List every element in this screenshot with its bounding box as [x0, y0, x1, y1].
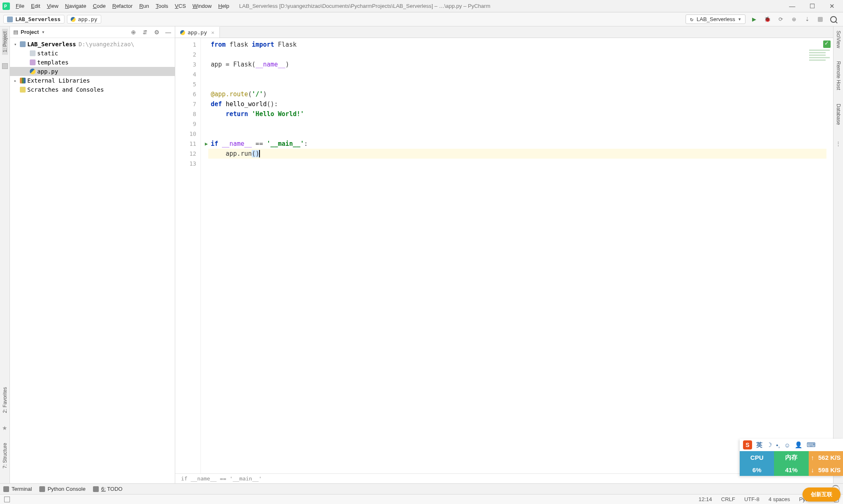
tree-item-app-py[interactable]: app.py — [10, 67, 175, 76]
python-console-tool-button[interactable]: Python Console — [39, 486, 86, 492]
search-everywhere-button[interactable] — [830, 16, 837, 23]
line-separator[interactable]: CRLF — [721, 496, 735, 502]
system-monitor-widget[interactable]: S 英 ☽ •, ☺ 👤 ⌨ CPU 内存 562 K/S 6% 41% 598… — [740, 439, 843, 476]
gutter-line-10[interactable]: 10 — [175, 129, 200, 139]
window-close-icon[interactable]: ✕ — [827, 2, 836, 10]
code-line-1[interactable]: from flask import Flask — [208, 40, 833, 50]
gutter-line-8[interactable]: 8 — [175, 109, 200, 119]
status-bar: 12:14 CRLF UTF-8 4 spaces Python 3.8 — [0, 494, 843, 504]
python-icon — [39, 486, 45, 492]
indent-settings[interactable]: 4 spaces — [769, 496, 790, 502]
terminal-tool-button[interactable]: Terminal — [3, 486, 32, 492]
inspection-indicator[interactable] — [809, 40, 831, 62]
code-line-11[interactable]: if __name__ == '__main__': — [208, 139, 833, 149]
code-line-10[interactable] — [208, 129, 833, 139]
attach-button[interactable]: ⇣ — [803, 16, 811, 23]
menu-code[interactable]: Code — [90, 1, 108, 11]
locate-file-icon[interactable]: ⊕ — [130, 29, 137, 36]
gutter-line-11[interactable]: 11▶ — [175, 139, 200, 149]
menu-navigate[interactable]: Navigate — [62, 1, 88, 11]
gutter-line-4[interactable]: 4 — [175, 69, 200, 79]
tool-windows-quick-access-icon[interactable] — [4, 497, 10, 502]
code-line-8[interactable]: return 'Hello World!' — [208, 109, 833, 119]
tree-item-templates[interactable]: templates — [10, 58, 175, 67]
file-encoding[interactable]: UTF-8 — [744, 496, 760, 502]
menu-tools[interactable]: Tools — [153, 1, 171, 11]
menu-vcs[interactable]: VCS — [172, 1, 188, 11]
menu-run[interactable]: Run — [137, 1, 152, 11]
gutter-line-5[interactable]: 5 — [175, 79, 200, 89]
code-line-9[interactable] — [208, 119, 833, 129]
window-maximize-icon[interactable]: ☐ — [807, 2, 817, 10]
tool-window-structure-button[interactable]: 7: Structure — [2, 440, 8, 471]
chevron-down-icon[interactable]: ▾ — [42, 30, 44, 34]
scratches-icon — [20, 87, 26, 93]
tool-window-database-button[interactable]: Database — [836, 102, 841, 126]
project-tree[interactable]: ▾ LAB_Serverless D:\yuangezhizao\ static… — [10, 38, 175, 96]
gutter-line-7[interactable]: 7 — [175, 99, 200, 109]
gutter-line-9[interactable]: 9 — [175, 119, 200, 129]
ime-language-indicator[interactable]: 英 — [756, 441, 762, 449]
tree-expand-icon[interactable]: ▸ — [12, 78, 18, 83]
settings-icon[interactable]: 👤 — [795, 441, 803, 449]
menu-help[interactable]: Help — [216, 1, 232, 11]
gutter-line-6[interactable]: 6 — [175, 89, 200, 99]
close-tab-icon[interactable]: × — [211, 29, 214, 36]
punctuation-icon[interactable]: •, — [776, 442, 780, 449]
hide-panel-icon[interactable]: — — [165, 29, 171, 36]
more-tools-icon[interactable]: ⋮ — [836, 140, 841, 147]
cursor-position[interactable]: 12:14 — [698, 496, 712, 502]
profile-button[interactable]: ⊕ — [790, 16, 798, 23]
sogou-ime-icon[interactable]: S — [743, 440, 752, 449]
left-tool-stripe: 1: Project 2: Favorites ★ 7: Structure — [0, 26, 10, 483]
editor-breadcrumb[interactable]: if __name__ == '__main__' — [175, 473, 833, 483]
menu-window[interactable]: Window — [190, 1, 214, 11]
editor-area: app.py × 1234567891011▶1213 from flask i… — [175, 26, 833, 483]
tool-window-sciview-button[interactable]: SciView — [836, 29, 841, 50]
moon-icon[interactable]: ☽ — [767, 441, 772, 449]
code-editor[interactable]: 1234567891011▶1213 from flask import Fla… — [175, 38, 833, 473]
code-line-5[interactable] — [208, 79, 833, 89]
tree-item-static[interactable]: static — [10, 49, 175, 58]
run-with-coverage-button[interactable]: ⟳ — [777, 16, 784, 23]
emoji-icon[interactable]: ☺ — [784, 442, 790, 449]
project-panel-title[interactable]: Project — [21, 29, 39, 35]
window-minimize-icon[interactable]: — — [788, 2, 797, 10]
tree-collapse-icon[interactable]: ▾ — [12, 42, 18, 47]
code-line-13[interactable] — [208, 159, 833, 169]
tool-window-favorites-button[interactable]: 2: Favorites — [2, 385, 8, 416]
menu-edit[interactable]: Edit — [29, 1, 43, 11]
run-button[interactable]: ▶ — [750, 16, 758, 23]
tool-window-unknown-button[interactable] — [2, 63, 8, 69]
code-line-7[interactable]: def hello_world(): — [208, 99, 833, 109]
gutter-line-2[interactable]: 2 — [175, 50, 200, 59]
tool-window-remote-host-button[interactable]: Remote Host — [836, 59, 841, 92]
stop-button[interactable] — [817, 16, 824, 23]
breadcrumb-file[interactable]: app.py — [67, 15, 101, 24]
gutter-line-1[interactable]: 1 — [175, 40, 200, 50]
menu-file[interactable]: File — [13, 1, 27, 11]
run-gutter-icon[interactable]: ▶ — [205, 141, 208, 147]
menu-view[interactable]: View — [44, 1, 61, 11]
navigation-bar: LAB_Serverless app.py ↻ LAB_Serverless ▾… — [0, 12, 843, 26]
code-line-4[interactable] — [208, 69, 833, 79]
python-file-icon — [71, 17, 76, 22]
gutter-line-3[interactable]: 3 — [175, 59, 200, 69]
terminal-icon — [3, 486, 9, 492]
menu-refactor[interactable]: Refactor — [110, 1, 135, 11]
gutter-line-12[interactable]: 12 — [175, 149, 200, 159]
code-line-2[interactable] — [208, 50, 833, 59]
settings-gear-icon[interactable]: ⚙ — [153, 29, 160, 36]
keyboard-icon[interactable]: ⌨ — [807, 441, 816, 449]
breadcrumb-project[interactable]: LAB_Serverless — [3, 15, 64, 24]
expand-all-icon[interactable]: ⇵ — [142, 29, 148, 36]
code-line-3[interactable]: app = Flask(__name__) — [208, 59, 833, 69]
code-line-6[interactable]: @app.route('/') — [208, 89, 833, 99]
editor-tab-app-py[interactable]: app.py × — [175, 26, 220, 38]
run-configuration-selector[interactable]: ↻ LAB_Serverless ▾ — [686, 14, 745, 24]
todo-tool-button[interactable]: 6: TODO — [93, 486, 123, 492]
code-line-12[interactable]: app.run() — [208, 149, 826, 159]
gutter-line-13[interactable]: 13 — [175, 159, 200, 169]
tool-window-project-button[interactable]: 1: Project — [2, 29, 8, 55]
debug-button[interactable]: 🐞 — [764, 16, 771, 23]
